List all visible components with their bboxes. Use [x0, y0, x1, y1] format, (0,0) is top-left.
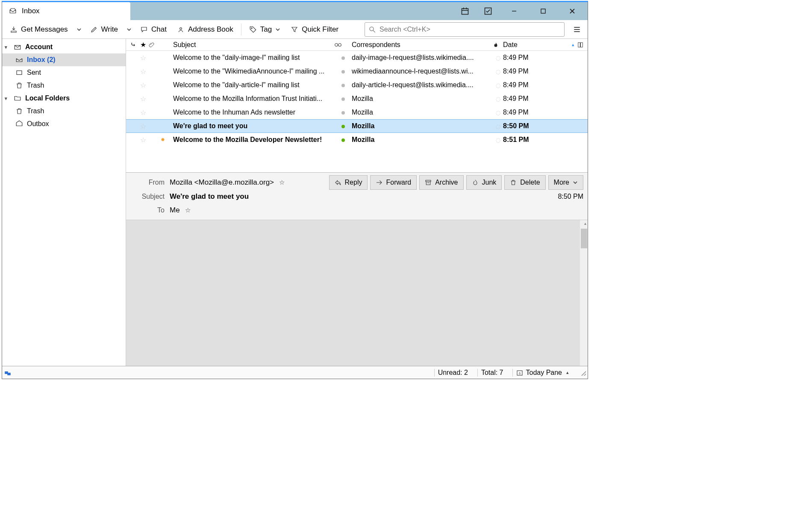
svg-rect-22	[426, 180, 431, 182]
message-actions: Reply Forward Archive Junk	[329, 175, 583, 190]
row-junk-icon[interactable]: ◌	[493, 123, 503, 130]
row-star-icon[interactable]: ☆	[138, 95, 148, 103]
app-menu-button[interactable]	[570, 22, 584, 37]
row-subject: Welcome to the Mozilla Developer Newslet…	[167, 136, 335, 144]
folder-tree: ▾ Account Inbox (2) Sent	[2, 39, 126, 366]
row-star-icon[interactable]: ☆	[138, 68, 148, 76]
tree-local-label: Local Folders	[25, 94, 70, 102]
message-body-pane[interactable]: ▴	[126, 220, 588, 366]
archive-button[interactable]: Archive	[419, 175, 463, 190]
message-row[interactable]: ☆✸Welcome to the Mozilla Developer Newsl…	[126, 133, 588, 147]
row-junk-icon[interactable]: ◌	[493, 55, 503, 61]
row-read-dot[interactable]	[335, 81, 352, 89]
row-date: 8:49 PM	[503, 54, 569, 62]
tree-account-root[interactable]: ▾ Account	[2, 41, 126, 53]
tree-trash[interactable]: Trash	[2, 79, 126, 92]
close-button[interactable]	[563, 2, 582, 20]
reply-label: Reply	[345, 179, 362, 186]
quick-filter-label: Quick Filter	[302, 25, 338, 34]
row-junk-icon[interactable]: ◌	[493, 109, 503, 116]
row-star-icon[interactable]: ☆	[138, 54, 148, 62]
row-star-icon[interactable]: ☆	[138, 81, 148, 89]
tree-sent[interactable]: Sent	[2, 66, 126, 79]
col-junk-icon[interactable]	[493, 42, 503, 48]
star-recipient-icon[interactable]: ☆	[185, 206, 191, 214]
get-messages-button[interactable]: Get Messages	[6, 22, 72, 37]
tree-local-trash[interactable]: Trash	[2, 105, 126, 118]
search-input[interactable]	[380, 26, 561, 33]
star-contact-icon[interactable]: ☆	[279, 179, 285, 186]
col-attachment-icon[interactable]	[148, 42, 159, 48]
message-row[interactable]: ☆Welcome to the "daily-article-l" mailin…	[126, 78, 588, 92]
online-status-icon[interactable]	[4, 369, 12, 377]
subject-label: Subject	[135, 193, 165, 200]
junk-button[interactable]: Junk	[466, 175, 502, 190]
tree-twisty-icon[interactable]: ▾	[5, 96, 10, 101]
write-dropdown[interactable]	[124, 27, 134, 32]
tree-twisty-icon[interactable]: ▾	[5, 44, 10, 50]
resize-grip[interactable]	[580, 370, 586, 376]
chat-button[interactable]: Chat	[136, 22, 171, 37]
message-row[interactable]: ☆We're glad to meet youMozilla◌8:50 PM	[126, 119, 588, 133]
search-box[interactable]	[365, 22, 565, 37]
row-star-icon[interactable]: ☆	[138, 122, 148, 130]
tree-outbox[interactable]: Outbox	[2, 118, 126, 130]
col-date[interactable]: Date	[503, 41, 569, 49]
row-subject: Welcome to the "daily-article-l" mailing…	[167, 81, 335, 89]
col-star-icon[interactable]: ★	[138, 41, 148, 49]
forward-button[interactable]: Forward	[370, 175, 417, 190]
delete-button[interactable]: Delete	[504, 175, 545, 190]
more-button[interactable]: More	[548, 175, 583, 190]
get-messages-dropdown[interactable]	[74, 27, 84, 32]
filter-icon	[291, 26, 298, 33]
row-correspondent: Mozilla	[352, 109, 493, 116]
tag-button[interactable]: Tag	[245, 22, 285, 37]
row-correspondent: daily-image-l-request@lists.wikimedia...…	[352, 54, 493, 62]
tab-inbox[interactable]: Inbox	[2, 2, 130, 20]
message-row[interactable]: ☆Welcome to the "daily-image-l" mailing …	[126, 51, 588, 65]
tree-local-root[interactable]: ▾ Local Folders	[2, 92, 126, 105]
row-star-icon[interactable]: ☆	[138, 136, 148, 144]
address-book-button[interactable]: Address Book	[173, 22, 238, 37]
minimize-button[interactable]	[505, 2, 524, 20]
address-book-icon	[177, 26, 185, 33]
col-correspondents[interactable]: Correspondents	[352, 41, 493, 49]
row-star-icon[interactable]: ☆	[138, 109, 148, 117]
row-read-dot[interactable]	[335, 136, 352, 144]
col-read-icon[interactable]	[335, 43, 352, 47]
row-junk-icon[interactable]: ◌	[493, 137, 503, 143]
svg-point-19	[338, 43, 341, 46]
col-picker-icon[interactable]	[577, 42, 588, 48]
tasks-icon[interactable]	[482, 2, 494, 20]
row-date: 8:49 PM	[503, 81, 569, 89]
tree-inbox[interactable]: Inbox (2)	[2, 53, 126, 66]
today-pane-toggle[interactable]: 6 Today Pane	[512, 369, 572, 377]
scroll-up-icon[interactable]: ▴	[584, 221, 586, 226]
scrollbar[interactable]: ▴	[580, 220, 588, 366]
reply-button[interactable]: Reply	[329, 175, 368, 190]
row-read-dot[interactable]	[335, 109, 352, 116]
message-row[interactable]: ☆Welcome to the Inhuman Ads newsletterMo…	[126, 106, 588, 119]
scroll-thumb[interactable]	[581, 229, 587, 248]
row-read-dot[interactable]	[335, 95, 352, 103]
svg-point-10	[251, 27, 252, 28]
row-junk-icon[interactable]: ◌	[493, 68, 503, 75]
message-row[interactable]: ☆Welcome to the "WikimediaAnnounce-l" ma…	[126, 65, 588, 78]
row-read-dot[interactable]	[335, 122, 352, 130]
col-thread-icon[interactable]: ⤷	[128, 41, 138, 49]
row-junk-icon[interactable]: ◌	[493, 96, 503, 102]
quick-filter-button[interactable]: Quick Filter	[286, 22, 343, 37]
row-date: 8:49 PM	[503, 95, 569, 103]
trash-folder-icon	[15, 81, 24, 90]
row-junk-icon[interactable]: ◌	[493, 82, 503, 88]
titlebar: Inbox	[2, 2, 588, 20]
row-read-dot[interactable]	[335, 68, 352, 75]
col-sort-indicator[interactable]: ▴	[569, 42, 577, 47]
row-correspondent: Mozilla	[352, 122, 493, 130]
row-read-dot[interactable]	[335, 54, 352, 62]
write-button[interactable]: Write	[86, 22, 122, 37]
message-row[interactable]: ☆Welcome to the Mozilla Information Trus…	[126, 92, 588, 106]
col-subject[interactable]: Subject	[159, 41, 335, 49]
maximize-button[interactable]	[534, 2, 553, 20]
calendar-icon[interactable]	[459, 2, 471, 20]
